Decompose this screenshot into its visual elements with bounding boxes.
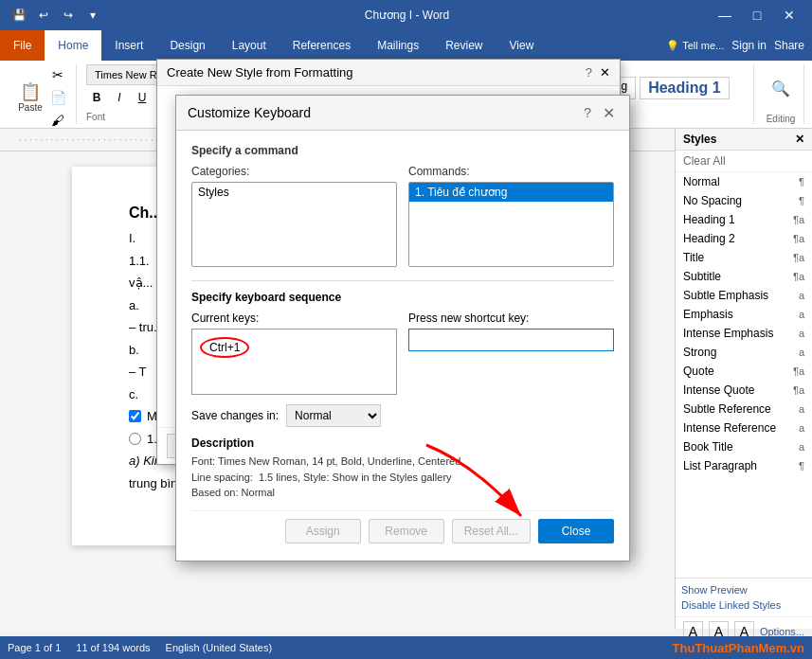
remove-button[interactable]: Remove bbox=[369, 519, 444, 543]
tell-me[interactable]: 💡 Tell me... bbox=[666, 40, 724, 52]
close-dialog-button[interactable]: Close bbox=[538, 519, 614, 543]
reset-all-button[interactable]: Reset All... bbox=[452, 519, 531, 543]
styles-panel: Styles ✕ Clear All Normal ¶ No Spacing ¶… bbox=[675, 129, 812, 629]
style-item-emphasis[interactable]: Emphasis a bbox=[676, 305, 812, 324]
disable-linked-link[interactable]: Disable Linked Styles bbox=[681, 597, 806, 613]
specify-command-row: Categories: Styles Commands: 1. Tiêu đề … bbox=[191, 165, 614, 267]
lightbulb-icon: 💡 bbox=[666, 40, 679, 52]
keyboard-sequence-row: Current keys: Ctrl+1 Press new shortcut … bbox=[191, 312, 614, 395]
radio-input[interactable] bbox=[129, 433, 141, 445]
style-item-normal[interactable]: Normal ¶ bbox=[676, 172, 812, 191]
quick-access-toolbar: 💾 ↩ ↪ ▾ bbox=[8, 4, 104, 27]
tab-view[interactable]: View bbox=[496, 30, 548, 61]
ribbon-group-clipboard: 📋 Paste ✂ 📄 🖌 Clipboard bbox=[8, 64, 77, 124]
ribbon-group-editing: 🔍 Editing bbox=[758, 64, 804, 124]
style-item-strong[interactable]: Strong a bbox=[676, 343, 812, 362]
styles-list: Normal ¶ No Spacing ¶ Heading 1 ¶a Headi… bbox=[676, 172, 812, 578]
style-item-heading2[interactable]: Heading 2 ¶a bbox=[676, 229, 812, 248]
format-painter-button[interactable]: 🖌 bbox=[47, 110, 68, 131]
maximize-button[interactable]: □ bbox=[742, 2, 772, 28]
tab-references[interactable]: References bbox=[280, 30, 364, 61]
specify-command-label: Specify a command bbox=[191, 144, 614, 157]
cut-button[interactable]: ✂ bbox=[47, 64, 68, 85]
style-item-list-paragraph[interactable]: List Paragraph ¶ bbox=[676, 456, 812, 475]
show-preview-link[interactable]: Show Preview bbox=[681, 582, 806, 597]
status-left: Page 1 of 1 11 of 194 words English (Uni… bbox=[8, 642, 272, 653]
categories-listbox[interactable]: Styles bbox=[191, 182, 397, 267]
italic-button[interactable]: I bbox=[109, 87, 130, 108]
style-item-subtle-emphasis[interactable]: Subtle Emphasis a bbox=[676, 286, 812, 305]
style-item-intense-emphasis[interactable]: Intense Emphasis a bbox=[676, 324, 812, 343]
style-item-nospacing[interactable]: No Spacing ¶ bbox=[676, 191, 812, 210]
description-section: Description Font: Times New Roman, 14 pt… bbox=[191, 436, 614, 501]
sign-in-button[interactable]: Sign in bbox=[731, 39, 767, 52]
tab-home[interactable]: Home bbox=[45, 30, 101, 61]
find-button[interactable]: 🔍 bbox=[766, 78, 796, 99]
find-icon: 🔍 bbox=[771, 80, 790, 98]
bg-dialog-help-icon[interactable]: ? bbox=[586, 65, 592, 80]
checkbox-input[interactable] bbox=[129, 410, 141, 422]
copy-button[interactable]: 📄 bbox=[47, 87, 68, 108]
window-controls: — □ ✕ bbox=[710, 2, 804, 28]
bold-button[interactable]: B bbox=[86, 87, 107, 108]
title-bar: 💾 ↩ ↪ ▾ Chương I - Word — □ ✕ bbox=[0, 0, 812, 30]
description-text: Font: Times New Roman, 14 pt, Bold, Unde… bbox=[191, 454, 614, 501]
current-keys-box: Ctrl+1 bbox=[191, 329, 397, 395]
status-right: ThuThuatPhanMem.vn bbox=[673, 641, 804, 655]
customize-icon[interactable]: ▾ bbox=[81, 4, 104, 27]
categories-col: Categories: Styles bbox=[191, 165, 397, 267]
kbd-dialog-help-icon[interactable]: ? bbox=[584, 105, 591, 120]
create-style-dialog-title: Create New Style from Formatting ? ✕ bbox=[157, 60, 620, 86]
title-bar-left: 💾 ↩ ↪ ▾ bbox=[8, 4, 104, 27]
tab-layout[interactable]: Layout bbox=[219, 30, 280, 61]
watermark: ThuThuatPhanMem.vn bbox=[673, 641, 804, 655]
bg-dialog-close-icon[interactable]: ✕ bbox=[600, 65, 610, 80]
save-icon[interactable]: 💾 bbox=[8, 4, 30, 27]
current-keys-col: Current keys: Ctrl+1 bbox=[191, 312, 397, 395]
assign-button[interactable]: Assign bbox=[285, 519, 361, 543]
kbd-dialog-close-icon[interactable]: ✕ bbox=[599, 103, 618, 122]
style-item-intense-quote[interactable]: Intense Quote ¶a bbox=[676, 381, 812, 400]
style-heading1[interactable]: Heading 1 bbox=[640, 77, 729, 99]
tab-file[interactable]: File bbox=[0, 30, 45, 61]
new-shortcut-col: Press new shortcut key: bbox=[408, 312, 614, 395]
window-title: Chương I - Word bbox=[104, 9, 710, 22]
style-item-heading1[interactable]: Heading 1 ¶a bbox=[676, 210, 812, 229]
style-item-intense-reference[interactable]: Intense Reference a bbox=[676, 419, 812, 437]
status-bar: Page 1 of 1 11 of 194 words English (Uni… bbox=[0, 636, 812, 659]
style-item-subtle-reference[interactable]: Subtle Reference a bbox=[676, 400, 812, 419]
word-count: 11 of 194 words bbox=[76, 642, 150, 653]
tab-mailings[interactable]: Mailings bbox=[364, 30, 432, 61]
style-item-quote[interactable]: Quote ¶a bbox=[676, 362, 812, 381]
styles-panel-header: Styles ✕ bbox=[676, 129, 812, 151]
undo-icon[interactable]: ↩ bbox=[32, 4, 55, 27]
styles-panel-close-icon[interactable]: ✕ bbox=[795, 133, 804, 146]
tab-insert[interactable]: Insert bbox=[101, 30, 156, 61]
commands-listbox[interactable]: 1. Tiêu đề chương bbox=[408, 182, 614, 267]
save-changes-dropdown[interactable]: Normal bbox=[286, 404, 381, 427]
close-button[interactable]: ✕ bbox=[774, 2, 804, 28]
paste-button[interactable]: 📋 Paste bbox=[15, 79, 45, 116]
language: English (United States) bbox=[166, 642, 273, 653]
page-info: Page 1 of 1 bbox=[8, 642, 61, 653]
specify-keyboard-label: Specify keyboard sequence bbox=[191, 280, 614, 304]
minimize-button[interactable]: — bbox=[710, 2, 740, 28]
paste-icon: 📋 bbox=[20, 83, 41, 100]
commands-col: Commands: 1. Tiêu đề chương bbox=[408, 165, 614, 267]
tab-design[interactable]: Design bbox=[156, 30, 218, 61]
style-item-subtitle[interactable]: Subtitle ¶a bbox=[676, 267, 812, 286]
new-shortcut-input[interactable] bbox=[408, 329, 614, 351]
style-item-title[interactable]: Title ¶a bbox=[676, 248, 812, 267]
tab-review[interactable]: Review bbox=[432, 30, 496, 61]
styles-footer: Show Preview Disable Linked Styles bbox=[676, 578, 812, 616]
save-changes-row: Save changes in: Normal bbox=[191, 404, 614, 427]
kbd-dialog-body: Specify a command Categories: Styles Com… bbox=[176, 131, 629, 561]
style-item-book-title[interactable]: Book Title a bbox=[676, 437, 812, 456]
kbd-dialog-buttons: Assign Remove Reset All... Close bbox=[191, 510, 614, 547]
underline-button[interactable]: U bbox=[132, 87, 153, 108]
customize-keyboard-dialog: Customize Keyboard ? ✕ Specify a command… bbox=[175, 95, 630, 561]
customize-keyboard-dialog-title: Customize Keyboard ? ✕ bbox=[176, 96, 629, 131]
clear-all-link[interactable]: Clear All bbox=[676, 151, 812, 172]
share-button[interactable]: Share bbox=[774, 39, 804, 52]
redo-icon[interactable]: ↪ bbox=[57, 4, 80, 27]
